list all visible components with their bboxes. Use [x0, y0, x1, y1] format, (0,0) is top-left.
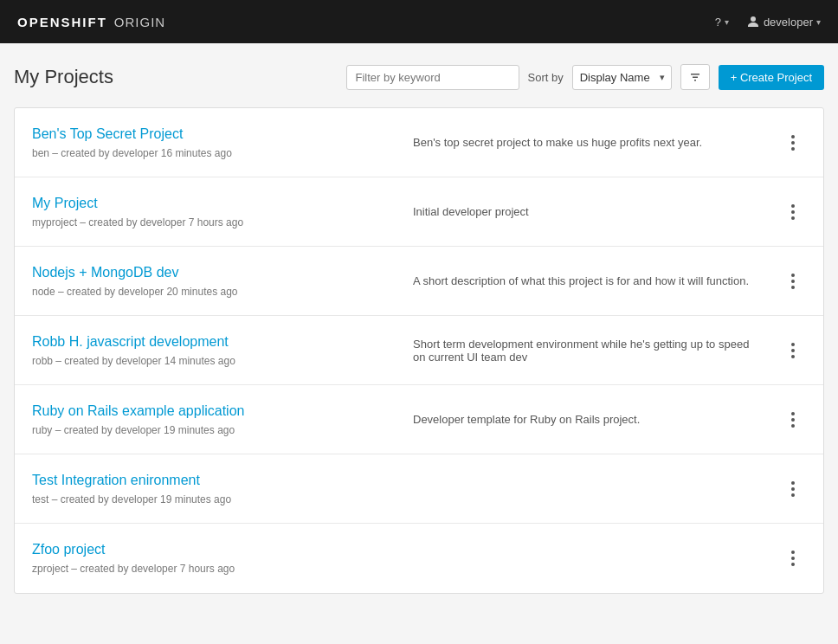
project-meta: ben – created by developer 16 minutes ag…	[32, 147, 232, 159]
kebab-menu-button[interactable]	[788, 547, 798, 570]
kebab-dot	[791, 349, 795, 352]
project-actions	[780, 270, 806, 293]
project-name[interactable]: Nodejs + MongoDB dev	[32, 265, 396, 280]
project-description: Ben's top secret project to make us huge…	[396, 136, 780, 149]
project-item: Ben's Top Secret Project ben – created b…	[15, 108, 823, 177]
project-description: Developer template for Ruby on Rails pro…	[396, 413, 780, 426]
project-meta: myproject – created by developer 7 hours…	[32, 216, 243, 229]
kebab-dot	[791, 563, 795, 566]
project-description: A short description of what this project…	[396, 274, 780, 287]
header-right: ? ▾ developer ▾	[715, 15, 821, 29]
user-chevron-icon: ▾	[816, 17, 821, 27]
project-description: Short term development environment while…	[396, 338, 780, 364]
kebab-dot	[791, 141, 795, 145]
project-meta: test – created by developer 19 minutes a…	[32, 493, 231, 506]
header-logo: OPENSHIFT ORIGIN	[17, 15, 165, 29]
project-name[interactable]: Ben's Top Secret Project	[32, 126, 396, 142]
kebab-dot	[791, 216, 795, 220]
kebab-dot	[791, 424, 795, 428]
filter-input[interactable]	[346, 65, 519, 90]
kebab-dot	[791, 204, 795, 208]
kebab-dot	[791, 481, 795, 485]
project-name[interactable]: Test Integration enironment	[32, 473, 396, 488]
project-item: Zfoo project zproject – created by devel…	[15, 524, 823, 593]
help-chevron-icon: ▾	[725, 17, 729, 27]
project-info: Zfoo project zproject – created by devel…	[32, 542, 396, 575]
help-menu[interactable]: ? ▾	[715, 16, 729, 29]
project-info: Nodejs + MongoDB dev node – created by d…	[32, 265, 396, 298]
project-actions	[780, 201, 806, 223]
project-actions	[780, 409, 806, 431]
sort-label: Sort by	[528, 71, 564, 84]
kebab-dot	[791, 418, 795, 422]
project-name[interactable]: Ruby on Rails example application	[32, 403, 396, 419]
project-info: Ruby on Rails example application ruby –…	[32, 403, 396, 436]
project-item: My Project myproject – created by develo…	[15, 177, 823, 247]
kebab-menu-button[interactable]	[788, 409, 798, 431]
page-title: My Projects	[14, 66, 113, 88]
main-content: My Projects Sort by Display Name Date Cr…	[0, 43, 838, 615]
kebab-dot	[791, 135, 795, 138]
user-menu[interactable]: developer ▾	[746, 15, 821, 29]
project-description: Initial developer project	[396, 205, 780, 218]
kebab-dot	[791, 493, 795, 497]
kebab-dot	[791, 355, 795, 358]
project-item: Test Integration enironment test – creat…	[15, 454, 823, 524]
project-actions	[780, 339, 806, 362]
kebab-dot	[791, 412, 795, 415]
kebab-menu-button[interactable]	[788, 339, 798, 362]
kebab-dot	[791, 557, 795, 560]
sort-select[interactable]: Display Name Date Created	[572, 65, 672, 90]
kebab-menu-button[interactable]	[788, 478, 798, 500]
kebab-menu-button[interactable]	[788, 270, 798, 293]
kebab-menu-button[interactable]	[788, 201, 798, 223]
project-info: Robb H. javascript development robb – cr…	[32, 334, 396, 367]
top-bar-controls: Sort by Display Name Date Created + Crea…	[346, 64, 824, 90]
project-meta: zproject – created by developer 7 hours …	[32, 563, 235, 575]
create-project-button[interactable]: + Create Project	[719, 65, 824, 90]
project-meta: node – created by developer 20 minutes a…	[32, 286, 238, 298]
project-item: Robb H. javascript development robb – cr…	[15, 316, 823, 385]
kebab-dot	[791, 210, 795, 214]
user-label: developer	[764, 16, 813, 29]
header: OPENSHIFT ORIGIN ? ▾ developer ▾	[0, 0, 838, 43]
help-icon: ?	[715, 16, 721, 29]
project-item: Nodejs + MongoDB dev node – created by d…	[15, 247, 823, 316]
project-meta: robb – created by developer 14 minutes a…	[32, 355, 235, 367]
project-list: Ben's Top Secret Project ben – created b…	[14, 107, 824, 594]
project-actions	[780, 478, 806, 500]
openshift-logo-text: OPENSHIFT	[17, 15, 107, 29]
sort-order-icon	[688, 70, 702, 84]
project-info: Test Integration enironment test – creat…	[32, 473, 396, 506]
kebab-dot	[791, 487, 795, 491]
project-item: Ruby on Rails example application ruby –…	[15, 385, 823, 454]
sort-order-button[interactable]	[680, 64, 710, 90]
kebab-dot	[791, 147, 795, 151]
project-actions	[780, 547, 806, 570]
kebab-dot	[791, 551, 795, 554]
project-info: Ben's Top Secret Project ben – created b…	[32, 126, 396, 159]
project-name[interactable]: Zfoo project	[32, 542, 396, 557]
project-name[interactable]: My Project	[32, 196, 396, 211]
kebab-dot	[791, 274, 795, 277]
kebab-dot	[791, 286, 795, 289]
project-actions	[780, 132, 806, 154]
user-icon	[746, 15, 760, 29]
sort-select-wrapper: Display Name Date Created	[572, 65, 672, 90]
top-bar: My Projects Sort by Display Name Date Cr…	[14, 64, 824, 90]
project-meta: ruby – created by developer 19 minutes a…	[32, 424, 235, 436]
kebab-dot	[791, 280, 795, 283]
project-info: My Project myproject – created by develo…	[32, 196, 396, 229]
project-name[interactable]: Robb H. javascript development	[32, 334, 396, 350]
kebab-menu-button[interactable]	[788, 132, 798, 154]
kebab-dot	[791, 343, 795, 346]
origin-logo-text: ORIGIN	[114, 15, 165, 29]
